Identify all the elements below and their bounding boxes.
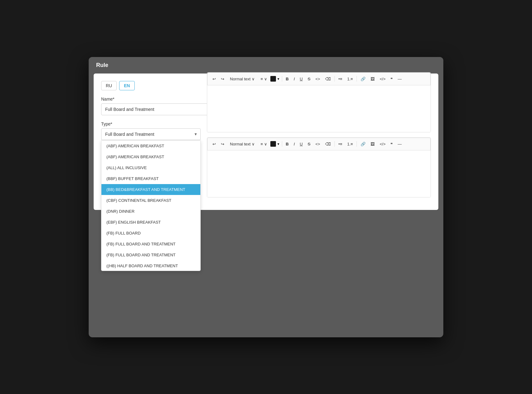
lang-en-button[interactable]: EN	[119, 81, 134, 90]
dropdown-item-1[interactable]: (ABF) AMERICAN BREAKFAST	[101, 151, 200, 162]
image-button-2[interactable]: 🖼	[369, 140, 376, 148]
editor-2: ↩ ↪ Normal text ∨ ≡ ∨ ▼ B I	[207, 137, 431, 197]
text-style-dropdown-2[interactable]: Normal text ∨	[227, 140, 257, 148]
title-bar: Rule	[89, 57, 443, 74]
bold-button-1[interactable]: B	[284, 75, 291, 83]
window-title: Rule	[96, 62, 108, 68]
redo-button-2[interactable]: ↪	[219, 140, 226, 148]
dropdown-item-6[interactable]: (DNR) DINNER	[101, 206, 200, 217]
separator-3	[357, 76, 357, 82]
link-button-2[interactable]: 🔗	[359, 140, 367, 148]
editor-1-toolbar: ↩ ↪ Normal text ∨ ≡ ∨ ▼ B I	[207, 73, 431, 85]
dropdown-menu: (ABF) AMERICAN BREAKFAST (ABF) AMERICAN …	[101, 140, 201, 271]
separator-5	[334, 141, 335, 147]
hr-button-2[interactable]: —	[396, 140, 404, 148]
bullet-list-button-1[interactable]: •≡	[337, 75, 344, 83]
strikethrough-button-2[interactable]: S	[306, 140, 312, 148]
embed-button-1[interactable]: </>	[378, 75, 387, 83]
text-style-chevron-2: ∨	[252, 142, 255, 146]
blockquote-button-1[interactable]: ❝	[389, 75, 394, 83]
dropdown-item-11[interactable]: ((HB) HALF BOARD AND TREATMENT	[101, 260, 200, 271]
separator-1	[282, 76, 282, 82]
lang-ru-button[interactable]: RU	[101, 81, 117, 90]
code-button-2[interactable]: <>	[314, 140, 322, 148]
main-window: Rule RU EN Name* Type* Full Board and Tr…	[89, 57, 443, 337]
text-style-chevron-1: ∨	[252, 77, 255, 81]
type-dropdown-wrapper: Full Board and Treatment ▼ (ABF) AMERICA…	[101, 128, 201, 140]
clear-format-button-2[interactable]: ⌫	[323, 140, 333, 148]
separator-6	[357, 141, 357, 147]
clear-format-button-1[interactable]: ⌫	[323, 75, 333, 83]
image-button-1[interactable]: 🖼	[369, 75, 376, 83]
italic-button-1[interactable]: I	[292, 75, 297, 83]
code-button-1[interactable]: <>	[314, 75, 322, 83]
dropdown-item-3[interactable]: (BBF) BUFFET BREAKFAST	[101, 173, 200, 184]
content-area: RU EN Name* Type* Full Board and Treatme…	[94, 74, 438, 210]
dropdown-item-5[interactable]: (CBF) CONTINENTAL BREAKFAST	[101, 195, 200, 206]
separator-4	[282, 141, 282, 147]
color-swatch-2	[270, 141, 276, 147]
dropdown-item-10[interactable]: (FB) FULL BOARD AND TREATMENT	[101, 249, 200, 260]
editor-2-body[interactable]	[207, 150, 431, 197]
dropdown-item-9[interactable]: (FB) FULL BOARD AND TREATMENT	[101, 239, 200, 249]
ordered-list-button-1[interactable]: 1.≡	[345, 75, 355, 83]
text-style-label-2: Normal text	[230, 142, 250, 146]
bullet-list-button-2[interactable]: •≡	[337, 140, 344, 148]
dropdown-item-7[interactable]: (EBF) ENGLISH BREAKFAST	[101, 217, 200, 228]
italic-button-2[interactable]: I	[292, 140, 297, 148]
color-dropdown-arrow-2[interactable]: ▼	[277, 142, 280, 146]
redo-button-1[interactable]: ↪	[219, 75, 226, 83]
link-button-1[interactable]: 🔗	[359, 75, 367, 83]
hr-button-1[interactable]: —	[396, 75, 404, 83]
text-style-label-1: Normal text	[230, 77, 250, 81]
editor-1-body[interactable]	[207, 85, 431, 132]
type-dropdown[interactable]: Full Board and Treatment	[101, 128, 201, 140]
ordered-list-button-2[interactable]: 1.≡	[345, 140, 355, 148]
editor-2-toolbar: ↩ ↪ Normal text ∨ ≡ ∨ ▼ B I	[207, 138, 431, 150]
dropdown-item-4[interactable]: (BB) BED&BREAKFAST AND TREATMENT	[101, 184, 200, 195]
line-height-button-2[interactable]: ≡ ∨	[259, 140, 269, 148]
undo-button-2[interactable]: ↩	[211, 140, 218, 148]
dropdown-item-8[interactable]: (FB) FULL BOARD	[101, 228, 200, 239]
dropdown-item-0[interactable]: (ABF) AMERICAN BREAKFAST	[101, 140, 200, 151]
blockquote-button-2[interactable]: ❝	[389, 140, 394, 148]
line-height-button-1[interactable]: ≡ ∨	[259, 75, 269, 83]
editor-1: ↩ ↪ Normal text ∨ ≡ ∨ ▼ B I	[207, 72, 431, 132]
undo-button-1[interactable]: ↩	[211, 75, 218, 83]
text-style-dropdown-1[interactable]: Normal text ∨	[227, 75, 257, 83]
color-swatch-1	[270, 76, 276, 82]
bold-button-2[interactable]: B	[284, 140, 291, 148]
strikethrough-button-1[interactable]: S	[306, 75, 312, 83]
dropdown-item-2[interactable]: (ALL) ALL INCLUSIVE	[101, 162, 200, 173]
embed-button-2[interactable]: </>	[378, 140, 387, 148]
separator-2	[334, 76, 335, 82]
underline-button-1[interactable]: U	[298, 75, 305, 83]
underline-button-2[interactable]: U	[298, 140, 305, 148]
color-dropdown-arrow-1[interactable]: ▼	[277, 77, 280, 81]
